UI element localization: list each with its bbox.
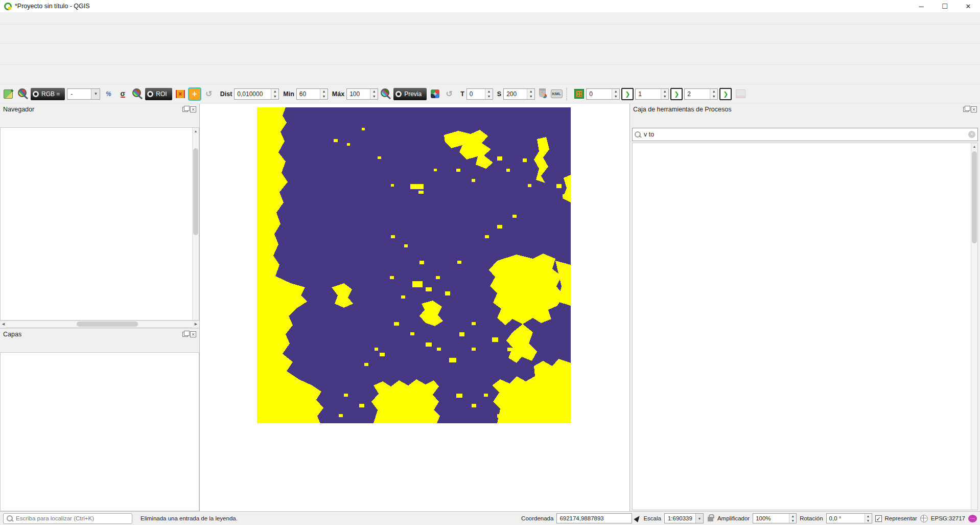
scp-band2-go-button[interactable]: ❯ [670, 88, 683, 100]
locator-search-box[interactable] [3, 513, 132, 524]
render-checkbox[interactable]: ✓ [875, 515, 882, 522]
scroll-left-icon[interactable]: ◀ [0, 321, 7, 328]
processing-panel-title: Caja de herramientas de Procesos [633, 106, 731, 113]
qgis-logo-icon [4, 3, 12, 10]
toolbar-scp: RGB = -▼ % σ ROI + ↺ Dist 0,010000▲▼ Min… [0, 84, 980, 104]
scp-band3-spinbox[interactable]: 2▲▼ [684, 88, 718, 100]
messages-icon[interactable]: ··· [968, 515, 977, 522]
left-panels: Navegador × ▲ ◀ ▶ [0, 104, 200, 511]
scrollbar-thumb[interactable] [77, 322, 138, 327]
scp-delete-preview-icon[interactable] [535, 87, 549, 100]
clear-search-icon[interactable]: × [968, 131, 975, 138]
scroll-up-icon[interactable]: ▲ [971, 143, 977, 150]
menu-bar [0, 12, 980, 25]
scp-roi-polygon-icon[interactable] [174, 87, 187, 100]
layers-panel-header: Capas × [0, 329, 199, 340]
scp-min-spinbox[interactable]: 60▲▼ [296, 88, 328, 100]
lock-scale-icon[interactable] [708, 517, 713, 521]
locator-input[interactable] [16, 515, 129, 521]
scp-band1-go-button[interactable]: ❯ [621, 88, 634, 100]
browser-panel: Navegador × ▲ ◀ ▶ [0, 104, 199, 329]
nubesras-raster-layer [257, 107, 571, 423]
close-button[interactable]: ✕ [956, 0, 980, 12]
window-controls: ─ ☐ ✕ [909, 0, 980, 12]
scp-s-spinbox[interactable]: 200▲▼ [503, 88, 535, 100]
close-panel-icon[interactable]: × [971, 106, 977, 112]
browser-panel-header: Navegador × [0, 104, 199, 115]
scroll-up-icon[interactable]: ▲ [193, 128, 199, 134]
scp-stddev-stretch-icon[interactable]: σ [116, 87, 129, 100]
processing-panel-header: Caja de herramientas de Procesos × [630, 104, 980, 115]
scp-dist-label: Dist [220, 90, 232, 98]
processing-search-box[interactable]: × [632, 128, 978, 141]
scrollbar-thumb[interactable] [972, 151, 977, 243]
float-panel-icon[interactable] [182, 332, 188, 337]
layers-toolbar [0, 340, 199, 352]
close-panel-icon[interactable]: × [190, 331, 196, 337]
scp-bandset-grid-icon[interactable] [572, 87, 586, 100]
minimize-button[interactable]: ─ [909, 0, 933, 12]
toolbar-datasource-edit-labels [0, 43, 980, 65]
layers-panel-title: Capas [3, 331, 21, 338]
qgis-window: *Proyecto sin título - QGIS ─ ☐ ✕ RGB = … [0, 0, 980, 525]
scp-preview-zoom-icon[interactable] [379, 87, 392, 100]
magnifier-spinbox[interactable]: 100%▲▼ [753, 513, 797, 523]
scp-roi-pill: ROI [145, 88, 172, 100]
scp-add-roi-button[interactable]: + [188, 87, 201, 101]
scp-max-spinbox[interactable]: 100▲▼ [346, 88, 378, 100]
scp-band1-spinbox[interactable]: 0▲▼ [586, 88, 620, 100]
status-bar: Eliminada una entrada de la leyenda. Coo… [0, 511, 980, 525]
toolbar-separator [566, 88, 570, 100]
browser-tree: ▲ [0, 127, 199, 321]
scale-combo[interactable]: 1:690339▼ [664, 513, 704, 523]
scp-zoom-plus-icon[interactable] [130, 87, 144, 100]
status-message: Eliminada una entrada de la leyenda. [141, 515, 518, 521]
rotation-label: Rotación [800, 515, 823, 521]
rotation-spinbox[interactable]: 0,0 °▲▼ [826, 513, 872, 523]
layers-tree [0, 352, 199, 511]
scroll-right-icon[interactable]: ▶ [193, 321, 199, 328]
scale-label: Escala [643, 515, 661, 521]
processing-vertical-scrollbar[interactable]: ▲ [971, 143, 977, 510]
close-panel-icon[interactable]: × [190, 106, 196, 112]
scp-preview-classification-icon[interactable] [428, 87, 441, 100]
scp-t-label: T [460, 90, 464, 98]
scp-t-spinbox[interactable]: 0▲▼ [466, 88, 493, 100]
scp-rgb-stretch-icon[interactable] [16, 87, 29, 100]
crs-globe-icon[interactable] [920, 515, 928, 522]
processing-search-input[interactable] [644, 131, 968, 138]
title-bar: *Proyecto sin título - QGIS ─ ☐ ✕ [0, 0, 980, 12]
processing-panel: Caja de herramientas de Procesos × × ▲ [629, 104, 980, 511]
maximize-button[interactable]: ☐ [933, 0, 956, 12]
map-canvas[interactable] [200, 104, 629, 511]
coordinate-input[interactable]: 692174,9887893 [556, 513, 632, 523]
browser-panel-title: Navegador [3, 106, 34, 113]
scp-rgb-combo[interactable]: -▼ [67, 88, 100, 100]
render-label: Representar [885, 515, 917, 521]
browser-horizontal-scrollbar[interactable]: ◀ ▶ [0, 321, 199, 327]
toolbar-advanced-digitizing [0, 65, 980, 84]
scp-previa-dot-icon [395, 91, 402, 97]
scp-band2-spinbox[interactable]: 1▲▼ [635, 88, 669, 100]
scp-dist-spinbox[interactable]: 0,010000▲▼ [234, 88, 279, 100]
scp-roi-dot-icon [147, 91, 153, 97]
layers-panel: Capas × [0, 329, 199, 511]
main-area: Navegador × ▲ ◀ ▶ [0, 104, 980, 511]
scp-min-label: Min [283, 90, 294, 98]
browser-toolbar [0, 115, 199, 127]
crs-label: EPSG:32717 [931, 515, 965, 521]
float-panel-icon[interactable] [963, 107, 969, 112]
scrollbar-thumb[interactable] [193, 148, 198, 235]
browser-vertical-scrollbar[interactable]: ▲ [192, 128, 199, 320]
scp-max-label: Máx [332, 90, 344, 98]
mouse-position-icon[interactable] [634, 514, 642, 522]
scp-kml-export-icon[interactable] [550, 87, 563, 100]
float-panel-icon[interactable] [182, 107, 188, 112]
scp-undo-roi-icon: ↺ [202, 87, 216, 100]
scp-cumulative-stretch-icon[interactable]: % [102, 87, 115, 100]
chevron-down-icon: ▼ [695, 514, 703, 523]
scp-band3-go-button[interactable]: ❯ [719, 88, 732, 100]
scp-bandset-icon[interactable] [2, 87, 15, 100]
magnifier-label: Amplificador [717, 515, 750, 521]
scp-s-label: S [497, 90, 501, 98]
